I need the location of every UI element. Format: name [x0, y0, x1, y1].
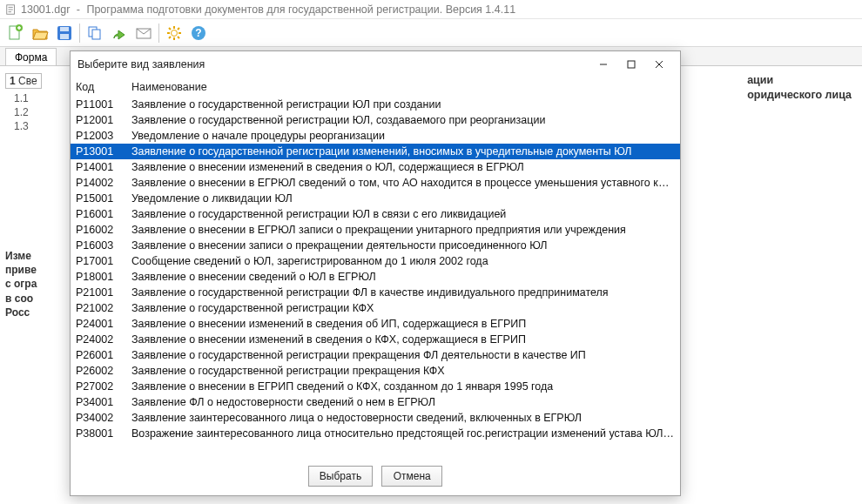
row-code: Р11001 [76, 97, 131, 111]
list-row[interactable]: Р38001Возражение заинтересованного лица … [71, 426, 680, 441]
row-code: Р16001 [76, 207, 131, 221]
row-name: Заявление о государственной регистрации … [131, 113, 675, 127]
list-row[interactable]: Р34002Заявление заинтересованного лица о… [71, 410, 680, 426]
list-row[interactable]: Р26002Заявление о государственной регист… [71, 363, 680, 379]
row-code: Р34001 [76, 395, 131, 409]
row-name: Заявление о внесении в ЕГРЮЛ записи о пр… [131, 223, 675, 237]
row-code: Р34002 [76, 411, 131, 425]
tree-item-1[interactable]: 1 Све [5, 73, 42, 89]
app-icon [5, 3, 17, 16]
app-filename: 13001.dgr [21, 3, 70, 16]
list-row[interactable]: Р15001Уведомление о ликвидации ЮЛ [71, 191, 680, 206]
left-tree: 1 Све 1.1 1.2 1.3 [5, 73, 40, 133]
row-code: Р26001 [76, 348, 131, 362]
row-name: Заявление о государственной регистрации … [131, 348, 675, 362]
tree-item-1-1[interactable]: 1.1 [12, 91, 40, 105]
maximize-button[interactable] [617, 53, 645, 76]
copy-button[interactable] [83, 21, 107, 45]
list-row[interactable]: Р13001Заявление о государственной регист… [71, 144, 680, 159]
list-header: Код Наименование [71, 77, 680, 97]
row-code: Р16003 [76, 239, 131, 252]
dialog-buttons: Выбрать Отмена [71, 460, 680, 495]
export-button[interactable] [107, 21, 131, 45]
row-code: Р21002 [76, 301, 131, 315]
list-row[interactable]: Р14001Заявление о внесении изменений в с… [71, 159, 680, 175]
row-name: Заявление о внесении изменений в сведени… [131, 160, 675, 174]
list-row[interactable]: Р16002Заявление о внесении в ЕГРЮЛ запис… [71, 222, 680, 238]
background-partial-text: Изме приве с огра в соо Росс [5, 249, 51, 319]
row-code: Р13001 [76, 144, 131, 158]
list-row[interactable]: Р12001Заявление о государственной регист… [71, 112, 680, 128]
dialog-titlebar[interactable]: Выберите вид заявления [71, 51, 680, 77]
list-row[interactable]: Р17001Сообщение сведений о ЮЛ, зарегистр… [71, 253, 680, 269]
row-code: Р26002 [76, 364, 131, 378]
list-row[interactable]: Р16003Заявление о внесении записи о прек… [71, 238, 680, 253]
row-code: Р17001 [76, 254, 131, 268]
list-row[interactable]: Р18001Заявление о внесении сведений о ЮЛ… [71, 269, 680, 285]
row-name: Заявление о государственной регистрации … [131, 97, 675, 111]
open-button[interactable] [28, 21, 52, 45]
tree-item-1-3[interactable]: 1.3 [12, 119, 40, 133]
row-code: Р12003 [76, 129, 131, 143]
settings-button[interactable] [162, 21, 186, 45]
close-button[interactable] [645, 53, 673, 76]
row-code: Р27002 [76, 380, 131, 393]
type-list[interactable]: Р11001Заявление о государственной регист… [71, 97, 680, 460]
row-name: Заявление о внесении изменений в сведени… [131, 317, 675, 331]
list-row[interactable]: Р14002Заявление о внесении в ЕГРЮЛ сведе… [71, 175, 680, 191]
list-row[interactable]: Р24002Заявление о внесении изменений в с… [71, 332, 680, 347]
save-button[interactable] [52, 21, 77, 45]
svg-text:?: ? [195, 27, 201, 39]
list-row[interactable]: Р24001Заявление о внесении изменений в с… [71, 316, 680, 332]
tab-form[interactable]: Форма [5, 48, 57, 65]
cancel-button[interactable]: Отмена [381, 466, 442, 487]
minimize-button[interactable] [589, 53, 617, 76]
row-name: Уведомление о начале процедуры реорганиз… [131, 129, 675, 143]
help-button[interactable]: ? [186, 21, 211, 45]
row-name: Заявление о государственной регистрации … [131, 286, 675, 299]
row-name: Заявление о государственной регистрации … [131, 144, 675, 158]
list-row[interactable]: Р12003Уведомление о начале процедуры рео… [71, 128, 680, 144]
row-name: Сообщение сведений о ЮЛ, зарегистрирован… [131, 254, 675, 268]
toolbar: ? [0, 19, 862, 47]
svg-rect-12 [628, 61, 635, 68]
row-name: Заявление о внесении сведений о ЮЛ в ЕГР… [131, 270, 675, 284]
app-titlebar: 13001.dgr - Программа подготовки докумен… [0, 0, 862, 19]
row-name: Заявление заинтересованного лица о недос… [131, 411, 675, 425]
row-code: Р15001 [76, 192, 131, 205]
list-row[interactable]: Р34001Заявление ФЛ о недостоверности све… [71, 394, 680, 410]
row-name: Заявление о государственной регистрации … [131, 301, 675, 315]
app-title: Программа подготовки документов для госу… [86, 3, 515, 16]
header-code[interactable]: Код [76, 81, 131, 93]
row-code: Р18001 [76, 270, 131, 284]
row-code: Р24002 [76, 333, 131, 346]
list-row[interactable]: Р26001Заявление о государственной регист… [71, 347, 680, 363]
list-row[interactable]: Р16001Заявление о государственной регист… [71, 206, 680, 222]
row-code: Р38001 [76, 427, 131, 440]
row-code: Р24001 [76, 317, 131, 331]
list-row[interactable]: Р27002Заявление о внесении в ЕГРИП сведе… [71, 379, 680, 394]
row-name: Заявление о государственной регистрации … [131, 364, 675, 378]
list-row[interactable]: Р21002Заявление о государственной регист… [71, 300, 680, 316]
list-row[interactable]: Р21001Заявление о государственной регист… [71, 285, 680, 300]
tree-item-1-2[interactable]: 1.2 [12, 105, 40, 119]
dialog-title: Выберите вид заявления [77, 58, 589, 71]
header-name[interactable]: Наименование [131, 81, 675, 93]
dialog-body: Код Наименование Р11001Заявление о госуд… [71, 77, 680, 460]
row-code: Р12001 [76, 113, 131, 127]
row-code: Р21001 [76, 286, 131, 299]
select-button[interactable]: Выбрать [308, 466, 373, 487]
row-code: Р16002 [76, 223, 131, 237]
svg-rect-7 [92, 30, 100, 39]
select-type-dialog: Выберите вид заявления Код Наименование … [70, 50, 681, 496]
row-name: Заявление о внесении записи о прекращени… [131, 239, 675, 252]
svg-point-9 [172, 30, 178, 36]
row-code: Р14001 [76, 160, 131, 174]
mail-button[interactable] [131, 21, 156, 45]
new-button[interactable] [3, 21, 28, 45]
row-code: Р14002 [76, 176, 131, 190]
toolbar-separator-2 [158, 24, 159, 43]
row-name: Заявление о внесении изменений в сведени… [131, 333, 675, 346]
svg-rect-4 [60, 27, 69, 31]
list-row[interactable]: Р11001Заявление о государственной регист… [71, 97, 680, 112]
